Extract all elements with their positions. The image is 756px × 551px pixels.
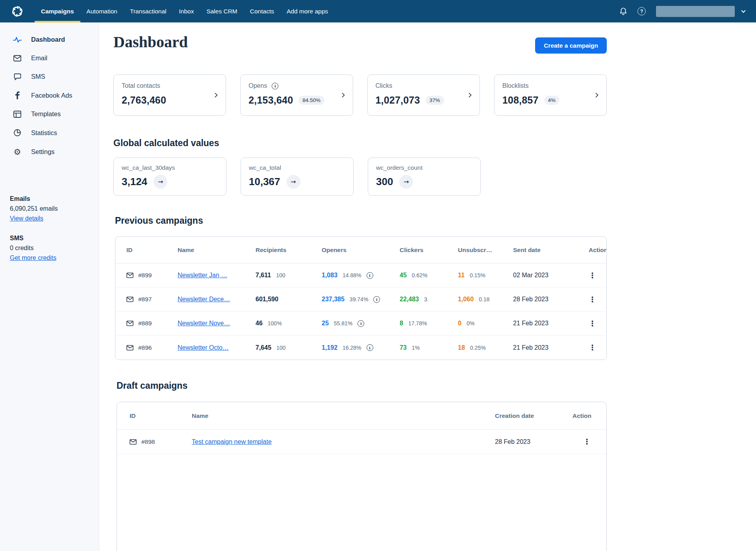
- clickers-value: 8: [400, 320, 403, 327]
- topnav-right: ?: [619, 0, 756, 22]
- nav-item-automation[interactable]: Automation: [80, 0, 124, 22]
- view-details-link[interactable]: View details: [10, 215, 43, 222]
- openers-pct: 39.74%: [350, 296, 368, 302]
- sent-date: 21 Feb 2023: [513, 344, 589, 351]
- unsubscribed-value: 11: [458, 272, 465, 279]
- row-actions-kebab-icon[interactable]: ⋮: [589, 272, 607, 279]
- nav-item-transactional[interactable]: Transactional: [124, 0, 172, 22]
- stat-card-total-contacts[interactable]: Total contacts 2,763,460: [113, 74, 226, 116]
- nav-item-add-more-apps[interactable]: Add more apps: [280, 0, 334, 22]
- draft-campaigns-heading: Draft campaigns: [117, 380, 607, 391]
- row-actions-kebab-icon[interactable]: ⋮: [589, 344, 607, 351]
- stat-card-value: 2,763,460: [122, 95, 166, 106]
- sidebar-item-sms[interactable]: SMS: [0, 67, 99, 86]
- gear-icon: ⚙: [13, 148, 22, 156]
- info-icon[interactable]: i: [272, 83, 278, 89]
- get-more-credits-link[interactable]: Get more credits: [10, 254, 56, 262]
- campaign-name-link[interactable]: Newsletter Octo…: [178, 344, 256, 351]
- campaign-name-link[interactable]: Newsletter Dece…: [178, 296, 256, 303]
- global-value-label: wc_orders_count: [376, 164, 472, 171]
- stat-card-clicks[interactable]: Clicks 1,027,073 37%: [367, 74, 480, 116]
- sent-date: 21 Feb 2023: [513, 320, 589, 327]
- sms-credit-block: SMS 0 credits Get more credits: [0, 235, 99, 262]
- recipients-pct: 100%: [268, 320, 282, 327]
- unsubscribed-pct: 0.18: [479, 296, 489, 302]
- stat-card-label: Total contacts: [122, 82, 160, 89]
- help-icon[interactable]: ?: [637, 7, 646, 15]
- sidebar-item-label: Email: [31, 54, 47, 62]
- column-header-creation-date: Creation date: [495, 412, 559, 419]
- column-header-action: Action: [559, 412, 606, 419]
- unsubscribed-value: 18: [458, 344, 465, 351]
- column-header-action: Action: [589, 247, 606, 254]
- notifications-bell-icon[interactable]: [619, 7, 627, 16]
- recipients-pct: 100: [276, 272, 285, 278]
- emails-credit-block: Emails 6,090,251 emails View details: [0, 195, 99, 222]
- stat-cards-row: Total contacts 2,763,460 Opens i 2,153,6…: [113, 74, 607, 116]
- stat-card-blocklists[interactable]: Blocklists 108,857 4%: [494, 74, 607, 116]
- brevo-logo[interactable]: [0, 0, 35, 22]
- campaign-name-link[interactable]: Test campaign new template: [192, 438, 495, 445]
- arrow-right-button[interactable]: →: [287, 175, 300, 189]
- clickers-value: 22,483: [400, 296, 419, 303]
- account-menu[interactable]: [656, 6, 745, 17]
- campaign-name-link[interactable]: Newsletter Jan …: [178, 272, 256, 279]
- sidebar-item-facebook-ads[interactable]: Facebook Ads: [0, 86, 99, 105]
- envelope-icon: [126, 321, 133, 326]
- stat-card-label: Clicks: [376, 82, 393, 89]
- global-value-label: wc_ca_total: [249, 164, 345, 171]
- row-actions-kebab-icon[interactable]: ⋮: [589, 320, 607, 327]
- sidebar-item-settings[interactable]: ⚙ Settings: [0, 142, 99, 161]
- creation-date: 28 Feb 2023: [495, 438, 559, 445]
- openers-pct: 16.28%: [343, 345, 361, 351]
- create-campaign-button[interactable]: Create a campaign: [535, 37, 607, 54]
- envelope-icon: [130, 439, 137, 445]
- stat-card-opens[interactable]: Opens i 2,153,640 84.50%: [240, 74, 353, 116]
- row-actions-kebab-icon[interactable]: ⋮: [559, 438, 606, 445]
- stat-card-label: Blocklists: [502, 82, 529, 89]
- column-header-clickers: Clickers: [400, 247, 458, 254]
- column-header-openers: Openers: [322, 247, 400, 254]
- sidebar-item-statistics[interactable]: Statistics: [0, 123, 99, 142]
- emails-credit-count: 6,090,251 emails: [10, 205, 99, 212]
- column-header-unsubscribed: Unsubscr…: [458, 247, 513, 254]
- table-row: #898 Test campaign new template 28 Feb 2…: [117, 430, 606, 454]
- recipients-value: 601,590: [256, 296, 278, 303]
- draft-campaigns-table: ID Name Creation date Action #898 Test c…: [117, 402, 607, 551]
- info-icon[interactable]: i: [367, 344, 373, 351]
- previous-campaigns-heading: Previous campaigns: [115, 215, 607, 226]
- previous-campaigns-table: ID Name Recipients Openers Clickers Unsu…: [115, 236, 607, 360]
- info-icon[interactable]: i: [358, 320, 364, 327]
- openers-pct: 14.88%: [343, 272, 361, 278]
- nav-item-contacts[interactable]: Contacts: [244, 0, 280, 22]
- stat-card-label: Opens: [248, 82, 267, 89]
- chat-bubble-icon: [13, 73, 22, 80]
- clickers-pct: 3.: [424, 296, 429, 302]
- openers-value: 237,385: [322, 296, 345, 303]
- table-row: #896 Newsletter Octo… 7,645100 1,19216.2…: [115, 336, 606, 360]
- arrow-right-button[interactable]: →: [399, 175, 413, 189]
- sidebar-item-templates[interactable]: Templates: [0, 105, 99, 123]
- recipients-pct: 100: [276, 345, 285, 351]
- clickers-pct: 1%: [412, 345, 420, 351]
- campaign-name-link[interactable]: Newsletter Nove…: [178, 320, 256, 327]
- info-icon[interactable]: i: [367, 272, 373, 279]
- nav-item-sales-crm[interactable]: Sales CRM: [200, 0, 243, 22]
- sidebar-item-label: Facebook Ads: [31, 92, 72, 99]
- nav-item-campaigns[interactable]: Campaigns: [35, 0, 80, 22]
- table-header-row: ID Name Recipients Openers Clickers Unsu…: [115, 237, 606, 263]
- clickers-value: 45: [400, 272, 407, 279]
- info-icon[interactable]: i: [373, 296, 380, 303]
- emails-credit-title: Emails: [10, 195, 99, 202]
- openers-value: 1,083: [322, 272, 337, 279]
- arrow-right-button[interactable]: →: [154, 175, 167, 189]
- row-actions-kebab-icon[interactable]: ⋮: [589, 296, 607, 303]
- column-header-recipients: Recipients: [256, 247, 322, 254]
- nav-item-inbox[interactable]: Inbox: [172, 0, 200, 22]
- global-value-number: 3,124: [122, 176, 147, 188]
- main-content: Dashboard Create a campaign Total contac…: [99, 22, 756, 551]
- column-header-name: Name: [192, 412, 495, 419]
- sidebar-item-dashboard[interactable]: Dashboard: [0, 30, 99, 49]
- unsubscribed-value: 1,060: [458, 296, 474, 303]
- sidebar-item-email[interactable]: Email: [0, 49, 99, 67]
